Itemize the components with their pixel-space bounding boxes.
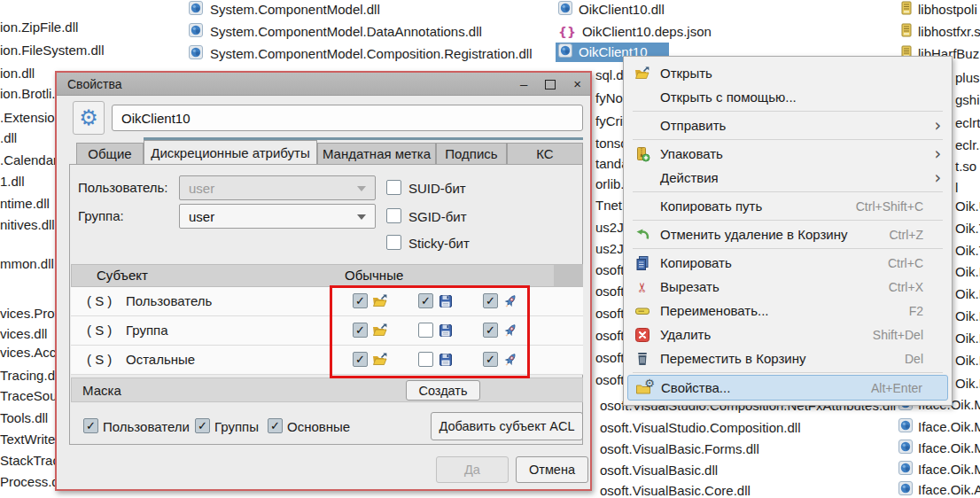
list-item[interactable]: ion.FileSystem.dll xyxy=(0,43,105,58)
list-item[interactable]: Oik.M xyxy=(955,286,980,302)
tab-ks[interactable]: КС xyxy=(507,143,583,165)
filename-input[interactable] xyxy=(112,105,583,131)
menu-item-open-with[interactable]: Открыть с помощью... xyxy=(627,85,948,109)
acl-table-header: Субъект Обычные xyxy=(71,264,583,287)
tab-signature[interactable]: Подпись xyxy=(436,143,507,165)
list-item[interactable]: Oik.T xyxy=(955,221,980,237)
dialog-titlebar[interactable]: Свойства – × xyxy=(57,73,590,96)
filter-groups-checkbox[interactable] xyxy=(195,418,210,433)
list-item[interactable]: Oik.M xyxy=(955,353,980,369)
list-item[interactable]: Oik.U xyxy=(955,198,980,214)
list-item[interactable]: gshin xyxy=(955,92,980,108)
menu-item-open[interactable]: Открыть xyxy=(627,61,948,85)
add-acl-subject-button[interactable]: Добавить субъект ACL xyxy=(431,412,583,440)
list-item[interactable]: ion.Brotli.d xyxy=(0,86,63,102)
list-item[interactable]: osoft.VisualStudio.Composition.dll xyxy=(600,420,801,436)
list-item[interactable]: eclr.s xyxy=(955,137,980,153)
menu-item-copy-path[interactable]: Копировать путь Ctrl+Shift+C xyxy=(627,194,948,218)
list-item[interactable]: .Extension xyxy=(0,110,62,126)
menu-item-actions[interactable]: Действия › xyxy=(627,166,948,190)
maximize-icon[interactable] xyxy=(545,80,556,89)
list-item[interactable]: Iface.Oik.A xyxy=(898,481,980,498)
tab-discretionary-attributes[interactable]: Дискреционные атрибуты xyxy=(144,140,317,165)
sgid-checkbox[interactable] xyxy=(386,208,401,223)
list-item[interactable]: Tracing.dll xyxy=(0,368,61,384)
user-combobox[interactable]: user xyxy=(179,175,376,200)
tab-general[interactable]: Общие xyxy=(76,143,144,165)
dll-file-icon xyxy=(558,1,572,19)
tab-mandatory-label[interactable]: Мандатная метка xyxy=(317,143,436,165)
group-combobox[interactable]: user xyxy=(179,204,376,229)
sticky-label: Sticky-бит xyxy=(408,236,470,251)
menu-item-cut[interactable]: ✂ Вырезать Ctrl+X xyxy=(627,275,948,299)
shortcut-label: F2 xyxy=(909,304,923,318)
list-item[interactable]: osoft.VisualBasic.Core.dll xyxy=(600,483,751,498)
list-item[interactable]: osoft.VisualBasic.Forms.dll xyxy=(600,441,759,457)
list-item[interactable]: sql.dl xyxy=(595,67,626,83)
list-item[interactable]: Oik.M xyxy=(955,331,980,346)
list-item[interactable]: .dll xyxy=(0,130,17,146)
list-item[interactable]: Tools.dll xyxy=(0,410,48,426)
list-item[interactable]: vices.Acco xyxy=(0,345,64,361)
list-item[interactable]: Oik.T xyxy=(955,243,980,259)
list-item[interactable]: osoft.VisualBasic.dll xyxy=(600,463,718,479)
list-item[interactable]: mmon.dll xyxy=(0,256,54,272)
list-item[interactable]: l xyxy=(955,180,958,196)
table-scroll-column xyxy=(554,265,583,286)
list-item[interactable]: TraceSour xyxy=(0,388,61,404)
file-name: System.ComponentModel.dll xyxy=(210,1,380,19)
menu-item-undo-delete[interactable]: Отменить удаление в Корзину Ctrl+Z xyxy=(627,222,948,246)
list-item[interactable]: {} OikClient10.deps.json xyxy=(558,23,712,41)
list-item[interactable]: plus. xyxy=(955,70,980,86)
list-item[interactable]: .Calendar xyxy=(0,152,58,168)
list-item[interactable]: nitives.dll xyxy=(0,217,55,233)
menu-item-properties[interactable]: ⚙ Свойства... Alt+Enter xyxy=(627,375,948,401)
list-item[interactable]: libhostpoli xyxy=(899,1,977,19)
menu-item-copy[interactable]: Копировать Ctrl+C xyxy=(627,251,948,275)
filter-basic-checkbox[interactable] xyxy=(268,418,283,433)
list-item[interactable]: OikClient10.dll xyxy=(558,1,665,19)
list-item[interactable]: ion.ZipFile.dll xyxy=(0,19,78,35)
filter-users-label: Пользователи xyxy=(103,419,190,434)
submenu-arrow-icon: › xyxy=(934,117,941,134)
filter-users-checkbox[interactable] xyxy=(83,418,98,433)
list-item[interactable]: System.ComponentModel.Composition.Regist… xyxy=(189,45,533,63)
subject-prefix: ( S ) xyxy=(87,323,112,338)
list-item[interactable]: System.ComponentModel.dll xyxy=(189,1,380,19)
menu-item-delete[interactable]: Удалить Shift+Del xyxy=(627,323,948,346)
cancel-button[interactable]: Отмена xyxy=(516,456,588,483)
list-item[interactable]: Iface.Oik.M xyxy=(898,418,980,436)
sticky-checkbox[interactable] xyxy=(386,235,401,250)
list-item[interactable]: ion.dll xyxy=(0,66,35,82)
list-item[interactable]: Iface.Oik.M xyxy=(898,461,980,479)
trash-icon xyxy=(633,351,652,367)
list-item[interactable]: TextWriter xyxy=(0,432,59,447)
menu-item-send-to[interactable]: Отправить › xyxy=(627,113,948,137)
suid-checkbox[interactable] xyxy=(386,180,401,195)
list-item[interactable]: ntime.dll xyxy=(0,196,50,212)
list-item[interactable]: Oik.M xyxy=(955,376,980,392)
list-item[interactable]: Oik.M xyxy=(955,264,980,280)
list-item[interactable]: t.so xyxy=(955,159,976,175)
list-item[interactable]: System.ComponentModel.DataAnnotations.dl… xyxy=(189,23,482,41)
menu-item-rename[interactable]: Переименовать... F2 xyxy=(627,299,948,323)
mask-label: Маска xyxy=(82,383,121,398)
close-icon[interactable]: × xyxy=(573,73,581,96)
list-item[interactable]: vices.dll xyxy=(0,326,47,342)
list-item[interactable]: Oik.M xyxy=(955,308,980,324)
create-button[interactable]: Создать xyxy=(406,380,480,401)
dll-file-icon xyxy=(189,45,203,63)
perms-column-header: Обычные xyxy=(345,268,403,283)
ok-button[interactable]: Да xyxy=(436,456,509,483)
menu-item-move-to-trash[interactable]: Переместить в Корзину Del xyxy=(627,346,948,370)
file-name: System.ComponentModel.DataAnnotations.dl… xyxy=(210,23,482,41)
shortcut-label: Ctrl+Z xyxy=(890,228,924,242)
list-item[interactable]: libhostfxr.s xyxy=(899,23,980,41)
list-item[interactable]: 1.dll xyxy=(0,174,25,190)
list-item[interactable]: Tnet. xyxy=(595,198,626,214)
list-item[interactable]: Iface.Oik.M xyxy=(898,440,980,457)
menu-item-pack[interactable]: Упаковать › xyxy=(627,142,948,166)
list-item[interactable]: eclrt xyxy=(955,115,980,131)
minimize-icon[interactable]: – xyxy=(520,73,527,96)
shortcut-label: Del xyxy=(905,352,923,366)
